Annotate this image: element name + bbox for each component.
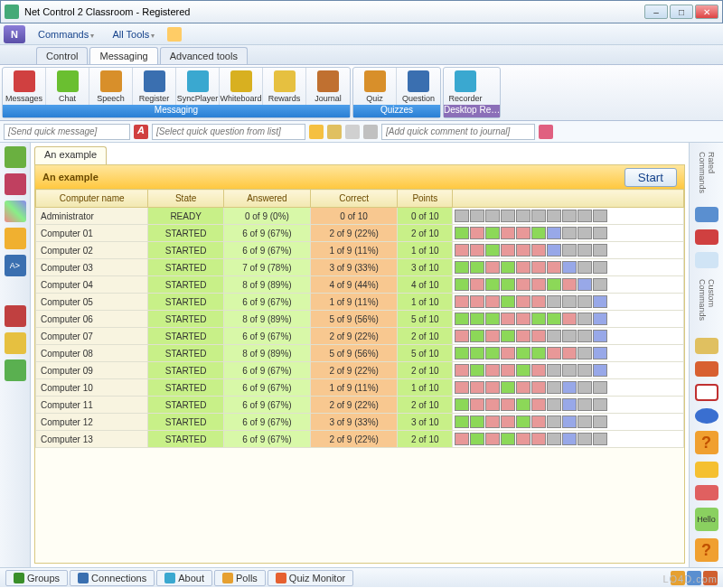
- status-tab-groups[interactable]: Groups: [5, 570, 68, 586]
- star1-icon[interactable]: [327, 125, 342, 139]
- statusbar: GroupsConnectionsAboutPollsQuiz Monitor: [0, 567, 723, 587]
- status-tab-quiz-monitor[interactable]: Quiz Monitor: [268, 570, 353, 586]
- grid-icon[interactable]: [5, 201, 26, 222]
- edit-icon[interactable]: [695, 361, 718, 377]
- maximize-button[interactable]: □: [670, 5, 693, 19]
- power-icon[interactable]: [695, 408, 718, 424]
- tool-messages[interactable]: Messages: [3, 68, 46, 105]
- ribbon-tabs: Control Messaging Advanced tools: [0, 45, 723, 65]
- flag-red-icon[interactable]: [5, 305, 26, 327]
- table-row[interactable]: Computer 04STARTED8 of 9 (89%)4 of 9 (44…: [36, 276, 684, 294]
- answer-box: [547, 347, 561, 359]
- table-row[interactable]: AdministratorREADY0 of 9 (0%)0 of 100 of…: [36, 208, 684, 225]
- status-tab-polls[interactable]: Polls: [214, 570, 266, 586]
- table-row[interactable]: Computer 10STARTED6 of 9 (67%)1 of 9 (11…: [36, 379, 684, 397]
- pen-icon[interactable]: [539, 125, 553, 139]
- answer-box: [455, 433, 469, 445]
- doc-tab[interactable]: An example: [34, 146, 107, 164]
- group-label-desktop: Desktop Re…: [444, 105, 500, 117]
- menu-commands[interactable]: Commands: [33, 27, 99, 42]
- font-icon[interactable]: A: [134, 125, 148, 139]
- table-row[interactable]: Computer 08STARTED8 of 9 (89%)5 of 9 (56…: [36, 345, 684, 362]
- messages-icon: [14, 70, 35, 92]
- tool-journal[interactable]: Journal: [306, 68, 350, 105]
- broadcast-icon[interactable]: [695, 229, 718, 245]
- lock-icon[interactable]: [5, 228, 26, 249]
- table-row[interactable]: Computer 11STARTED6 of 9 (67%)2 of 9 (22…: [36, 397, 684, 414]
- table-row[interactable]: Computer 07STARTED6 of 9 (67%)2 of 9 (22…: [36, 328, 684, 345]
- recorder-icon: [455, 70, 476, 92]
- table-row[interactable]: Computer 02STARTED6 of 9 (67%)1 of 9 (11…: [36, 242, 684, 259]
- col-header[interactable]: Answered: [223, 190, 310, 208]
- close-button[interactable]: ✕: [695, 5, 718, 19]
- answer-box: [501, 364, 515, 377]
- monitor-icon[interactable]: [695, 207, 718, 222]
- minimize-button[interactable]: –: [644, 5, 668, 19]
- status-tab-icon: [222, 573, 233, 583]
- tool-question[interactable]: Question: [397, 68, 440, 105]
- answer-box: [531, 330, 546, 342]
- answer-box: [470, 244, 484, 257]
- star-icon[interactable]: [695, 462, 718, 477]
- question-icon[interactable]: ?: [695, 431, 718, 454]
- refresh-icon[interactable]: [5, 146, 26, 168]
- col-header[interactable]: Correct: [311, 190, 398, 208]
- table-row[interactable]: Computer 12STARTED6 of 9 (67%)3 of 9 (33…: [36, 414, 684, 431]
- tab-control[interactable]: Control: [36, 47, 88, 64]
- star2-icon[interactable]: [345, 125, 360, 139]
- answer-box: [562, 433, 577, 445]
- answer-box: [562, 295, 577, 308]
- menubar: N Commands All Tools: [0, 23, 723, 45]
- tool-quiz[interactable]: Quiz: [353, 68, 397, 105]
- quick-message-input[interactable]: [4, 124, 130, 140]
- syncplayer-icon: [187, 70, 209, 92]
- tool-register[interactable]: Register: [133, 68, 176, 105]
- table-row[interactable]: Computer 01STARTED6 of 9 (67%)2 of 9 (22…: [36, 225, 684, 242]
- status-tab-connections[interactable]: Connections: [70, 570, 155, 586]
- tool-rewards[interactable]: Rewards: [263, 68, 306, 105]
- quick-question-input[interactable]: [152, 124, 305, 140]
- table-row[interactable]: Computer 06STARTED8 of 9 (89%)5 of 9 (56…: [36, 311, 684, 328]
- tool-whiteboard[interactable]: Whiteboard: [220, 68, 263, 105]
- list-icon[interactable]: [695, 485, 718, 500]
- journal-icon: [317, 70, 339, 92]
- table-row[interactable]: Computer 13STARTED6 of 9 (67%)2 of 9 (22…: [36, 431, 684, 448]
- table-row[interactable]: Computer 05STARTED6 of 9 (67%)1 of 9 (11…: [36, 294, 684, 311]
- answer-box: [470, 227, 484, 239]
- titlebar: Net Control 2 Classroom - Registered – □…: [0, 0, 723, 23]
- flag-yellow-icon[interactable]: [5, 332, 26, 354]
- tab-advanced[interactable]: Advanced tools: [160, 47, 248, 64]
- cancel-icon[interactable]: [695, 384, 718, 401]
- key-icon[interactable]: [695, 338, 718, 353]
- tool-recorder[interactable]: Recorder: [444, 68, 487, 105]
- card-icon[interactable]: [695, 252, 718, 267]
- tool-syncplayer[interactable]: SyncPlayer: [176, 68, 220, 105]
- flag-green-icon[interactable]: [5, 359, 26, 381]
- status-tab-about[interactable]: About: [156, 570, 212, 586]
- answer-box: [470, 313, 484, 325]
- col-header[interactable]: State: [148, 190, 223, 208]
- answer-box: [547, 227, 561, 239]
- az-icon[interactable]: A>: [5, 255, 26, 276]
- table-row[interactable]: Computer 09STARTED6 of 9 (67%)2 of 9 (22…: [36, 362, 684, 379]
- answer-box: [531, 278, 546, 291]
- tool-chat[interactable]: Chat: [46, 68, 89, 105]
- tab-messaging[interactable]: Messaging: [89, 47, 157, 64]
- menu-all-tools[interactable]: All Tools: [107, 27, 160, 42]
- tool-speech[interactable]: Speech: [89, 68, 133, 105]
- hello-icon[interactable]: Hello: [695, 508, 718, 531]
- answer-box: [455, 210, 469, 222]
- answer-box: [577, 398, 592, 411]
- col-header[interactable]: Points: [398, 190, 453, 208]
- answer-box: [485, 415, 500, 428]
- table-row[interactable]: Computer 03STARTED7 of 9 (78%)3 of 9 (33…: [36, 259, 684, 276]
- start-button[interactable]: Start: [624, 168, 677, 187]
- record-icon[interactable]: [5, 173, 26, 195]
- question2-icon[interactable]: ?: [695, 538, 718, 562]
- col-header[interactable]: Computer name: [36, 190, 148, 208]
- help-icon[interactable]: [309, 125, 324, 139]
- star3-icon[interactable]: [363, 125, 378, 139]
- home-icon[interactable]: [167, 27, 182, 42]
- quick-journal-input[interactable]: [381, 124, 535, 140]
- answer-box: [501, 261, 515, 274]
